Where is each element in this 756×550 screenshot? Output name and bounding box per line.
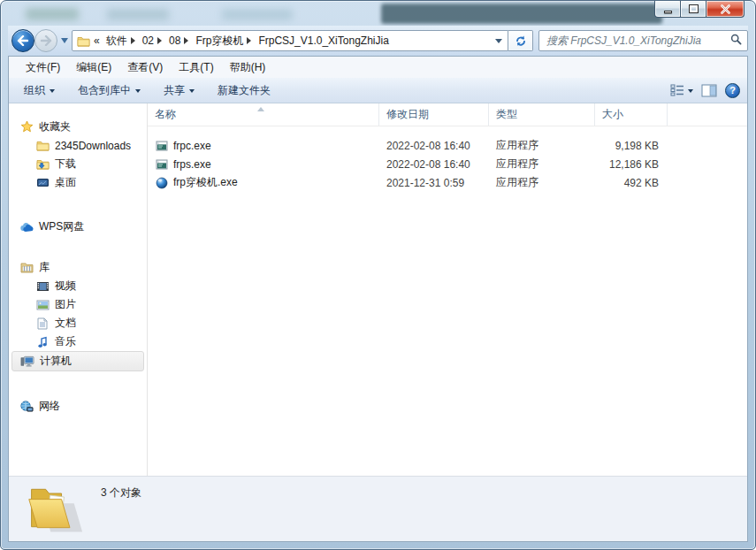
minimize-icon bbox=[664, 11, 672, 13]
sidebar-item-downloads[interactable]: 下载 bbox=[9, 155, 147, 173]
column-header-name[interactable]: 名称 bbox=[148, 103, 379, 126]
sidebar-item-wps-cloud[interactable]: WPS网盘 bbox=[9, 218, 147, 236]
column-date-label: 修改日期 bbox=[386, 107, 429, 122]
sidebar-item-network[interactable]: 网络 bbox=[9, 397, 147, 416]
details-pane: 3 个对象 bbox=[9, 476, 747, 541]
file-row-frp-chuansuoji[interactable]: frp穿梭机.exe 2021-12-31 0:59 应用程序 492 KB bbox=[148, 173, 747, 192]
file-name: frp穿梭机.exe bbox=[173, 175, 238, 190]
sidebar-item-label: WPS网盘 bbox=[39, 219, 84, 234]
close-button[interactable] bbox=[706, 1, 745, 18]
breadcrumb-segment[interactable]: 软件 bbox=[103, 34, 130, 49]
desktop-icon bbox=[35, 176, 50, 190]
background-blur-blob bbox=[26, 8, 79, 20]
column-header-size[interactable]: 大小 bbox=[595, 103, 668, 126]
address-bar[interactable]: « 软件 02 08 Frp穿梭机 FrpCSJ_V1.0_XiTongZhiJ… bbox=[72, 30, 508, 51]
search-input[interactable] bbox=[539, 32, 730, 50]
column-name-label: 名称 bbox=[155, 107, 176, 122]
sidebar-item-label: 桌面 bbox=[55, 175, 76, 190]
share-button[interactable]: 共享 bbox=[156, 80, 202, 102]
recent-pages-dropdown[interactable] bbox=[61, 38, 68, 47]
menu-view[interactable]: 查看(V) bbox=[119, 57, 171, 78]
file-date: 2022-02-08 16:40 bbox=[379, 158, 489, 171]
maximize-icon bbox=[690, 5, 698, 12]
column-size-label: 大小 bbox=[602, 107, 623, 122]
video-icon bbox=[35, 279, 50, 294]
file-size: 492 KB bbox=[595, 177, 668, 189]
menu-file[interactable]: 文件(F) bbox=[18, 57, 68, 78]
sidebar-item-documents[interactable]: 文档 bbox=[9, 314, 147, 332]
sort-ascending-icon bbox=[257, 103, 264, 111]
sidebar-item-computer[interactable]: 计算机 bbox=[11, 351, 144, 371]
breadcrumb-separator-icon[interactable] bbox=[157, 37, 165, 44]
minimize-button[interactable] bbox=[654, 1, 681, 18]
breadcrumb-segment[interactable]: FrpCSJ_V1.0_XiTongZhiJia bbox=[256, 34, 391, 47]
breadcrumb-separator-icon[interactable] bbox=[247, 37, 255, 44]
search-icon[interactable] bbox=[730, 33, 742, 49]
views-button[interactable] bbox=[670, 84, 693, 96]
chevron-down-icon bbox=[50, 89, 55, 95]
column-header-empty[interactable] bbox=[668, 103, 747, 126]
address-dropdown-icon[interactable] bbox=[495, 39, 502, 47]
menu-edit[interactable]: 编辑(E) bbox=[68, 57, 119, 78]
refresh-icon bbox=[515, 34, 527, 47]
star-icon bbox=[19, 120, 34, 134]
picture-icon bbox=[35, 298, 50, 312]
organize-button[interactable]: 组织 bbox=[16, 80, 63, 102]
file-row-frpc[interactable]: frpc.exe 2022-02-08 16:40 应用程序 9,198 KB bbox=[148, 136, 747, 155]
new-folder-button[interactable]: 新建文件夹 bbox=[210, 80, 279, 102]
column-header-row: 名称 修改日期 类型 大小 bbox=[148, 103, 747, 126]
breadcrumb-segment[interactable]: 08 bbox=[166, 34, 183, 47]
background-blur-blob bbox=[107, 9, 169, 20]
explorer-window: « 软件 02 08 Frp穿梭机 FrpCSJ_V1.0_XiTongZhiJ… bbox=[0, 0, 756, 550]
client-area: 文件(F) 编辑(E) 查看(V) 工具(T) 帮助(H) 组织 包含到库中 共… bbox=[8, 56, 748, 542]
libraries-label: 库 bbox=[39, 260, 50, 275]
main-area: 收藏夹 2345Downloads 下载 bbox=[9, 103, 747, 476]
file-rows: frpc.exe 2022-02-08 16:40 应用程序 9,198 KB … bbox=[148, 126, 747, 192]
column-header-type[interactable]: 类型 bbox=[489, 103, 595, 126]
window-controls bbox=[654, 1, 745, 18]
preview-pane-button[interactable] bbox=[701, 84, 717, 97]
help-button[interactable]: ? bbox=[725, 83, 740, 98]
sidebar-item-desktop[interactable]: 桌面 bbox=[9, 173, 147, 192]
file-type: 应用程序 bbox=[489, 157, 595, 172]
sidebar-item-videos[interactable]: 视频 bbox=[9, 277, 147, 295]
navigation-bar: « 软件 02 08 Frp穿梭机 FrpCSJ_V1.0_XiTongZhiJ… bbox=[8, 26, 748, 56]
column-type-label: 类型 bbox=[496, 107, 517, 122]
file-date: 2022-02-08 16:40 bbox=[379, 140, 489, 152]
navigation-pane: 收藏夹 2345Downloads 下载 bbox=[9, 103, 148, 476]
file-row-frps[interactable]: frps.exe 2022-02-08 16:40 应用程序 12,186 KB bbox=[148, 155, 747, 173]
chevron-down-icon bbox=[135, 89, 141, 95]
refresh-button[interactable] bbox=[508, 30, 533, 51]
back-arrow-icon bbox=[17, 35, 29, 46]
forward-button[interactable] bbox=[34, 29, 57, 52]
sidebar-item-music[interactable]: 音乐 bbox=[9, 332, 147, 351]
sidebar-group-libraries[interactable]: 库 bbox=[9, 258, 147, 277]
file-date: 2021-12-31 0:59 bbox=[379, 177, 489, 189]
file-size: 9,198 KB bbox=[595, 140, 668, 152]
application-icon bbox=[155, 157, 169, 172]
include-in-library-button[interactable]: 包含到库中 bbox=[70, 80, 149, 102]
breadcrumb-separator-icon[interactable] bbox=[131, 37, 139, 44]
breadcrumb-segment[interactable]: Frp穿梭机 bbox=[193, 34, 246, 49]
sidebar-group-favorites[interactable]: 收藏夹 bbox=[9, 118, 147, 136]
maximize-button[interactable] bbox=[681, 1, 706, 18]
computer-icon bbox=[20, 355, 34, 369]
menu-tools[interactable]: 工具(T) bbox=[171, 57, 221, 78]
breadcrumb-segment[interactable]: 02 bbox=[140, 34, 157, 47]
menu-help[interactable]: 帮助(H) bbox=[222, 57, 274, 78]
sidebar-item-label: 计算机 bbox=[40, 354, 72, 369]
sidebar-item-label: 音乐 bbox=[55, 334, 76, 349]
download-folder-icon bbox=[35, 157, 50, 172]
document-icon bbox=[35, 317, 50, 331]
breadcrumb-separator-icon[interactable] bbox=[184, 37, 192, 44]
title-bar[interactable] bbox=[1, 1, 755, 26]
column-header-date[interactable]: 修改日期 bbox=[379, 103, 489, 126]
breadcrumb-overflow[interactable]: « bbox=[90, 34, 103, 47]
sidebar-item-2345downloads[interactable]: 2345Downloads bbox=[9, 136, 147, 155]
sidebar-item-pictures[interactable]: 图片 bbox=[9, 295, 147, 314]
help-icon: ? bbox=[725, 83, 740, 98]
back-button[interactable] bbox=[11, 29, 34, 52]
libraries-icon bbox=[19, 261, 34, 275]
command-toolbar: 组织 包含到库中 共享 新建文件夹 bbox=[9, 78, 747, 103]
sidebar-item-label: 文档 bbox=[55, 316, 76, 331]
